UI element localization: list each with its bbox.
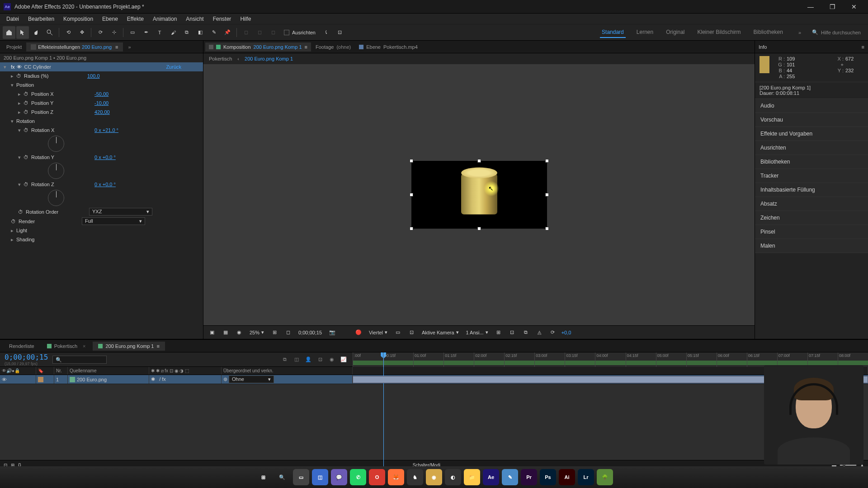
menu-ansicht[interactable]: Ansicht [181,14,208,24]
workspace-original[interactable]: Original [664,27,686,38]
taskbar-firefox[interactable]: 🦊 [388,469,404,485]
menu-komposition[interactable]: Komposition [59,14,98,24]
stopwatch-icon[interactable]: ⏱ [18,209,23,215]
hand-tool[interactable] [30,26,42,39]
effect-reset-button[interactable]: Zurück [166,64,199,70]
taskbar-chess[interactable]: ♞ [407,469,423,485]
stopwatch-icon[interactable]: ⏱ [24,182,28,187]
taskbar-whatsapp[interactable]: ✆ [350,469,366,485]
rotation-z-dial[interactable] [48,190,64,206]
stopwatch-icon[interactable]: ⏱ [24,155,28,160]
panel-overflow[interactable]: » [123,44,137,50]
mask-mode-2[interactable]: ◻ [253,26,266,39]
taskbar-premiere[interactable]: Pr [521,469,537,485]
menu-ebene[interactable]: Ebene [98,14,123,24]
taskbar-obs[interactable]: ◐ [445,469,461,485]
breadcrumb-1[interactable]: Pokertisch [209,56,232,61]
breadcrumb-2[interactable]: 200 Euro.png Komp 1 [245,56,293,61]
type-tool[interactable]: T [153,26,166,39]
workspace-bibliotheken[interactable]: Bibliotheken [752,27,785,38]
panel-vorschau[interactable]: Vorschau [755,113,868,127]
workspace-lernen[interactable]: Lernen [635,27,655,38]
renderer-button[interactable]: ◬ [534,328,544,338]
snap-option-1[interactable]: ⤹ [320,26,333,39]
taskbar-task-view[interactable]: ▭ [293,469,309,485]
anchor-tool[interactable]: ⊹ [108,26,120,39]
panel-absatz[interactable]: Absatz [755,197,868,211]
workspace-standard[interactable]: Standard [600,27,626,38]
layer-name[interactable]: 200 Euro.png [77,377,107,382]
parent-pickwhip-icon[interactable]: ⊚ [223,376,227,382]
stopwatch-icon[interactable]: ⏱ [24,109,28,115]
taskbar-photoshop[interactable]: Ps [540,469,556,485]
breadcrumb-back[interactable]: ‹ [237,56,239,61]
panel-bibliotheken[interactable]: Bibliotheken [755,155,868,169]
frame-blend-button[interactable]: ⊡ [316,355,325,364]
panel-pinsel[interactable]: Pinsel [755,225,868,239]
zoom-dropdown[interactable]: 25%▾ [248,329,266,335]
timeline-empty-area[interactable] [0,384,868,460]
3d-button[interactable]: ⧉ [521,328,531,338]
mask-visibility-button[interactable]: ◉ [234,328,244,338]
light-group[interactable]: ▸Light [0,226,203,235]
graph-editor-button[interactable]: 📈 [339,355,348,364]
work-area-bar[interactable] [353,361,868,365]
effect-controls-tab[interactable]: Effekteinstellungen 200 Euro.png ≡ [26,42,123,52]
camera-dropdown[interactable]: Aktive Kamera▾ [420,329,461,335]
orbit-tool[interactable]: ⟲ [62,26,75,39]
timeline-tab-poker[interactable]: Pokertisch× [42,342,91,351]
snap-checkbox[interactable]: Ausrichten [280,30,319,35]
viewport[interactable]: ↖ [203,64,755,325]
pos-x-value[interactable]: -50,00 [94,91,108,97]
project-tab[interactable]: Projekt [2,42,26,52]
panel-menu-icon[interactable]: ≡ [862,44,864,50]
puppet-tool[interactable]: 📌 [221,26,234,39]
help-search[interactable]: 🔍 Hilfe durchsuchen [807,29,865,35]
exposure-reset-button[interactable]: ⟳ [548,328,558,338]
time-ruler[interactable]: :00f00:15f01:00f01:15f02:00f02:15f03:00f… [353,352,868,367]
menu-datei[interactable]: Datei [2,14,24,24]
menu-bearbeiten[interactable]: Bearbeiten [24,14,59,24]
zoom-tool[interactable] [43,26,56,39]
visibility-toggle[interactable]: 👁 [2,377,7,382]
position-group[interactable]: ▾ Position [0,80,203,89]
eraser-tool[interactable]: ◧ [194,26,207,39]
panel-inhaltsbasierte-füllung[interactable]: Inhaltsbasierte Füllung [755,183,868,197]
taskbar-lightroom[interactable]: Lr [578,469,594,485]
panel-audio[interactable]: Audio [755,99,868,113]
effect-header[interactable]: ▾ fx 👁 CC Cylinder Zurück [0,62,203,71]
pen-tool[interactable]: ✒ [140,26,152,39]
rectangle-tool[interactable]: ▭ [126,26,139,39]
layer-tab[interactable]: Ebene Pokertisch.mp4 [355,42,421,52]
stopwatch-icon[interactable]: ⏱ [24,91,28,97]
rotation-group[interactable]: ▾Rotation [0,117,203,126]
panel-effekte-und-vorgaben[interactable]: Effekte und Vorgaben [755,127,868,141]
workspace-kleiner-bildschirm[interactable]: Kleiner Bildschirm [696,27,743,38]
taskbar-after-effects[interactable]: Ae [483,469,499,485]
taskbar-teams[interactable]: 💬 [331,469,347,485]
timeline-button[interactable]: ⊡ [406,328,416,338]
workspace-overflow[interactable]: » [793,30,807,35]
snap-option-2[interactable]: ⊡ [334,26,346,39]
radius-value[interactable]: 100,0 [87,73,100,79]
render-select[interactable]: Full▾ [82,217,145,225]
taskbar-opera[interactable]: O [369,469,385,485]
rot-z-value[interactable]: 0 x +0,0 ° [94,182,116,187]
stopwatch-icon[interactable]: ⏱ [24,127,28,133]
timecode-display[interactable]: 0;00;00;15 [297,330,324,335]
menu-effekte[interactable]: Effekte [123,14,148,24]
pos-z-value[interactable]: 420,00 [94,109,110,115]
info-panel-header[interactable]: Info ≡ [755,41,868,53]
stopwatch-icon[interactable]: ⏱ [16,73,21,79]
taskbar-start[interactable]: ⊞ [255,469,271,485]
fast-preview-button[interactable]: ▭ [393,328,403,338]
mask-mode-3[interactable]: ◻ [267,26,279,39]
fast-draft-button[interactable]: ⊡ [507,328,517,338]
taskbar-explorer[interactable]: 📁 [464,469,480,485]
taskbar-search[interactable]: 🔍 [274,469,290,485]
taskbar-app1[interactable]: ◉ [426,469,442,485]
resolution-icon[interactable]: ⊞ [269,328,279,338]
taskbar-illustrator[interactable]: Ai [559,469,575,485]
playhead[interactable] [383,352,384,466]
motion-blur-button[interactable]: ◉ [327,355,336,364]
